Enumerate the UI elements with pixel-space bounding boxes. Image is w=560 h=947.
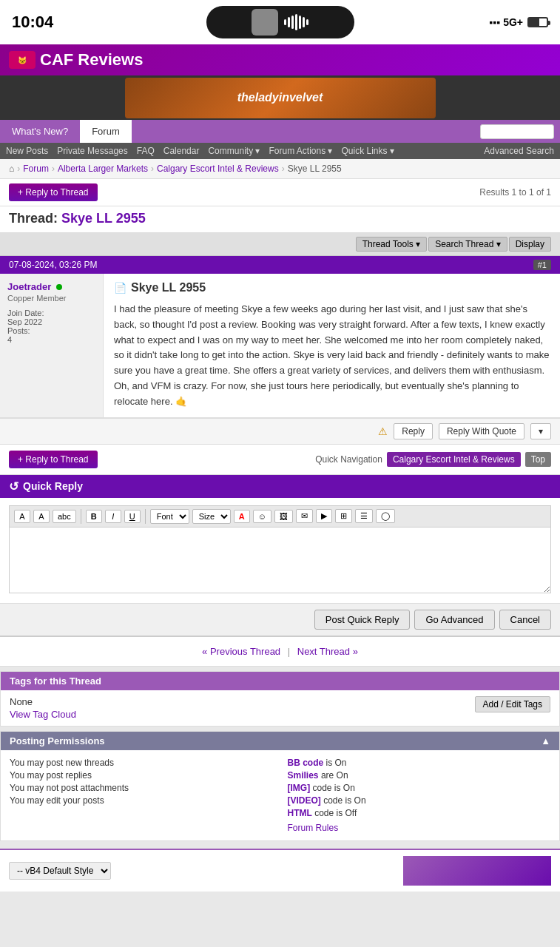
editor-fontcolor-btn[interactable]: A bbox=[234, 510, 250, 523]
logo-icon: 🐱 bbox=[9, 51, 36, 69]
status-time: 10:04 bbox=[12, 13, 53, 32]
editor-italic-btn[interactable]: I bbox=[105, 510, 121, 523]
post-username[interactable]: Joetrader bbox=[7, 281, 95, 292]
post-container: Joetrader Copper Member Join Date: Sep 2… bbox=[0, 274, 560, 419]
nav-private-messages[interactable]: Private Messages bbox=[57, 146, 127, 156]
tags-body: None View Tag Cloud Add / Edit Tags bbox=[1, 690, 559, 726]
reply-button[interactable]: Reply bbox=[394, 423, 433, 439]
results-text: Results 1 to 1 of 1 bbox=[479, 187, 551, 198]
banner: theladyinvelvet bbox=[0, 75, 560, 120]
breadcrumb-calgary[interactable]: Calgary Escort Intel & Reviews bbox=[157, 164, 279, 174]
banner-text: theladyinvelvet bbox=[237, 91, 323, 104]
status-bar: 10:04 ▪▪▪ 5G+ bbox=[0, 0, 560, 44]
nav-new-posts[interactable]: New Posts bbox=[6, 146, 48, 156]
post-quick-reply-button[interactable]: Post Quick Reply bbox=[314, 610, 411, 630]
view-tag-cloud-link[interactable]: View Tag Cloud bbox=[10, 709, 76, 720]
perm-left: You may post new threads You may post re… bbox=[10, 758, 273, 833]
forum-rules-link[interactable]: Forum Rules bbox=[288, 823, 551, 833]
style-select[interactable]: -- vB4 Default Style bbox=[9, 862, 111, 880]
permissions-title: Posting Permissions bbox=[10, 735, 105, 747]
post-title-icon: 📄 bbox=[114, 282, 126, 294]
signal-bars-icon: ▪▪▪ bbox=[489, 16, 500, 28]
perm-key-2: [IMG] bbox=[288, 783, 311, 793]
breadcrumb-alberta[interactable]: Alberta Larger Markets bbox=[58, 164, 148, 174]
editor-toolbar: A A abc B I U Font Size A ☺ 🖼 ✉ ▶ ⊞ ☰ ◯ bbox=[9, 505, 551, 527]
user-rank: Copper Member bbox=[7, 294, 95, 303]
perm-code-3: [VIDEO] code is On bbox=[288, 795, 551, 806]
editor-spellcheck-btn[interactable]: abc bbox=[53, 510, 76, 523]
nav-quick-links[interactable]: Quick Links ▾ bbox=[342, 146, 394, 156]
quick-nav-select[interactable]: Calgary Escort Intel & Reviews bbox=[387, 452, 521, 467]
more-options-button[interactable]: ▾ bbox=[530, 423, 551, 439]
size-select[interactable]: Size bbox=[192, 509, 231, 524]
post-title: 📄 Skye LL 2955 bbox=[114, 281, 550, 294]
prev-thread-link[interactable]: « Previous Thread bbox=[202, 646, 280, 657]
editor-list-btn[interactable]: ☰ bbox=[355, 509, 373, 523]
tags-content: None View Tag Cloud bbox=[10, 696, 76, 720]
next-thread-link[interactable]: Next Thread » bbox=[297, 646, 358, 657]
reply-to-thread-button[interactable]: Reply to Thread bbox=[9, 183, 98, 201]
home-icon[interactable]: ⌂ bbox=[9, 164, 14, 174]
search-input[interactable] bbox=[480, 124, 554, 139]
editor-underline-btn[interactable]: U bbox=[124, 510, 141, 523]
posts-label: Posts: bbox=[7, 326, 95, 335]
top-button[interactable]: Top bbox=[525, 452, 551, 467]
site-name: CAF Reviews bbox=[40, 50, 143, 70]
font-select[interactable]: Font bbox=[150, 509, 189, 524]
nav-tab-forum[interactable]: Forum bbox=[80, 120, 132, 143]
display-button[interactable]: Display bbox=[509, 237, 551, 252]
editor-fontstyle-btn[interactable]: A bbox=[33, 510, 50, 523]
perm-key-3: [VIDEO] bbox=[288, 795, 321, 806]
breadcrumb-forum[interactable]: Forum bbox=[23, 164, 49, 174]
editor-sep-1 bbox=[81, 509, 81, 524]
editor-email-btn[interactable]: ✉ bbox=[296, 509, 313, 523]
tags-section: Tags for this Thread None View Tag Cloud… bbox=[0, 671, 560, 727]
nav-community[interactable]: Community ▾ bbox=[208, 146, 260, 156]
nav-search bbox=[474, 120, 560, 143]
editor-video-btn[interactable]: ▶ bbox=[316, 509, 332, 523]
perm-code-1: Smilies are On bbox=[288, 770, 551, 781]
thread-tools-button[interactable]: Thread Tools ▾ bbox=[356, 237, 428, 252]
perm-key-4: HTML bbox=[288, 808, 312, 818]
editor-source-btn[interactable]: A bbox=[14, 510, 30, 523]
quick-reply-buttons: Post Quick Reply Go Advanced Cancel bbox=[0, 604, 560, 637]
secondary-nav: New Posts Private Messages FAQ Calendar … bbox=[0, 143, 560, 159]
post-userinfo: Joetrader Copper Member Join Date: Sep 2… bbox=[0, 274, 104, 417]
cancel-button[interactable]: Cancel bbox=[499, 610, 551, 630]
footer-bar: -- vB4 Default Style bbox=[0, 849, 560, 892]
perm-val-1: are On bbox=[321, 770, 348, 781]
reply-thread-bar: Reply to Thread Quick Navigation Calgary… bbox=[0, 445, 560, 475]
permissions-section: Posting Permissions ▲ You may post new t… bbox=[0, 731, 560, 841]
search-thread-button[interactable]: Search Thread ▾ bbox=[428, 237, 507, 252]
post-header: 07-08-2024, 03:26 PM #1 bbox=[0, 256, 560, 274]
thread-title: Skye LL 2955 bbox=[61, 211, 146, 226]
thread-nav-sep: | bbox=[288, 646, 290, 657]
go-advanced-button[interactable]: Go Advanced bbox=[414, 610, 494, 630]
nav-calendar[interactable]: Calendar bbox=[163, 146, 200, 156]
editor-image-btn[interactable]: 🖼 bbox=[274, 510, 293, 523]
nav-tab-whats-new[interactable]: What's New? bbox=[0, 120, 80, 143]
banner-content: theladyinvelvet bbox=[125, 78, 436, 118]
reply-with-quote-button[interactable]: Reply With Quote bbox=[439, 423, 524, 439]
reply-to-thread-button-bottom[interactable]: Reply to Thread bbox=[9, 451, 98, 468]
quick-reply-textarea[interactable] bbox=[9, 527, 551, 593]
thread-tools-bar: Thread Tools ▾ Search Thread ▾ Display bbox=[0, 233, 560, 256]
perm-code-4: HTML code is Off bbox=[288, 808, 551, 818]
editor-misc-btn[interactable]: ◯ bbox=[376, 509, 395, 523]
breadcrumb-current: Skye LL 2955 bbox=[288, 164, 342, 174]
editor-smiley-btn[interactable]: ☺ bbox=[253, 510, 271, 523]
nav-forum-actions[interactable]: Forum Actions ▾ bbox=[269, 146, 332, 156]
thread-label: Thread: bbox=[9, 211, 58, 226]
editor-table-btn[interactable]: ⊞ bbox=[335, 509, 352, 523]
perm-code-2: [IMG] code is On bbox=[288, 783, 551, 793]
warn-icon[interactable]: ⚠ bbox=[378, 425, 388, 437]
editor-bold-btn[interactable]: B bbox=[86, 510, 102, 523]
add-edit-tags-button[interactable]: Add / Edit Tags bbox=[475, 696, 551, 712]
footer-banner bbox=[403, 856, 551, 886]
nav-faq[interactable]: FAQ bbox=[137, 146, 155, 156]
user-meta: Join Date: Sep 2022 Posts: 4 bbox=[7, 309, 95, 344]
quick-nav-label: Quick Navigation bbox=[315, 454, 382, 465]
battery-icon bbox=[527, 17, 548, 27]
advanced-search-link[interactable]: Advanced Search bbox=[484, 146, 554, 156]
collapse-icon[interactable]: ▲ bbox=[541, 735, 550, 747]
